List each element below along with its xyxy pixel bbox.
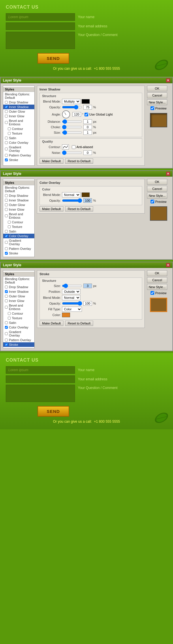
- cancel-btn-1[interactable]: Cancel: [147, 92, 167, 98]
- choke-slider[interactable]: [62, 125, 82, 129]
- style-texture-3[interactable]: Texture: [3, 316, 34, 320]
- cancel-btn-2[interactable]: Cancel: [147, 186, 167, 192]
- distance-input[interactable]: [83, 119, 92, 124]
- choke-input[interactable]: [83, 125, 92, 129]
- fill-type-select[interactable]: ColorGradientPattern: [62, 307, 82, 312]
- style-stroke-3[interactable]: Stroke: [3, 342, 34, 347]
- style-outer-glow-3[interactable]: Outer Glow: [3, 294, 34, 299]
- style-stroke-1[interactable]: Stroke: [3, 158, 34, 162]
- style-drop-shadow-3[interactable]: Drop Shadow: [3, 285, 34, 289]
- new-style-btn-2[interactable]: New Style...: [147, 193, 167, 199]
- style-satin-1[interactable]: Satin: [3, 136, 34, 140]
- style-gradient-overlay-1[interactable]: Gradient Overlay: [3, 145, 34, 153]
- ok-btn-3[interactable]: OK: [147, 270, 167, 276]
- stroke-opacity-slider[interactable]: [62, 302, 82, 305]
- stroke-size-input[interactable]: [83, 284, 92, 288]
- make-default-btn-2[interactable]: Make Default: [40, 206, 63, 211]
- style-contour-2[interactable]: Contour: [3, 220, 34, 224]
- bottom-comment-textarea[interactable]: [6, 385, 75, 402]
- new-style-btn-3[interactable]: New Style...: [147, 284, 167, 290]
- style-color-overlay-1[interactable]: Color Overlay: [3, 140, 34, 145]
- style-texture-2[interactable]: Texture: [3, 224, 34, 229]
- style-gradient-overlay-3[interactable]: Gradient Overlay: [3, 330, 34, 338]
- contour-thumb[interactable]: [62, 144, 69, 150]
- ok-btn-2[interactable]: OK: [147, 179, 167, 185]
- blend-mode-select-1[interactable]: MultiplyNormalScreen: [62, 99, 80, 104]
- comment-textarea[interactable]: [6, 32, 75, 49]
- style-inner-glow-3[interactable]: Inner Glow: [3, 299, 34, 303]
- bottom-email-input[interactable]: [6, 375, 75, 383]
- layer-style-dialog-1: Layer Style ✕ Styles Blending Options: D…: [0, 77, 173, 169]
- angle-input[interactable]: [72, 112, 81, 117]
- style-drop-shadow-1[interactable]: Drop Shadow: [3, 100, 34, 105]
- style-bevel-emboss-3[interactable]: Bevel and Emboss: [3, 303, 34, 311]
- dialog-close-1[interactable]: ✕: [166, 78, 170, 82]
- style-pattern-overlay-3[interactable]: Pattern Overlay: [3, 338, 34, 342]
- style-outer-glow-2[interactable]: Outer Glow: [3, 203, 34, 207]
- bottom-send-button[interactable]: SEND: [37, 406, 69, 417]
- email-input[interactable]: [6, 22, 75, 30]
- style-pattern-overlay-2[interactable]: Pattern Overlay: [3, 246, 34, 251]
- stroke-structure-title: Structure: [42, 279, 140, 282]
- style-drop-shadow-2[interactable]: Drop Shadow: [3, 193, 34, 198]
- stroke-color-swatch[interactable]: [62, 313, 70, 317]
- distance-slider[interactable]: [62, 120, 82, 123]
- size-slider-1[interactable]: [62, 131, 82, 134]
- style-inner-shadow-1[interactable]: Inner Shadow: [3, 105, 34, 109]
- style-gradient-overlay-2[interactable]: Gradient Overlay: [3, 238, 34, 246]
- noise-slider[interactable]: [62, 151, 82, 154]
- make-default-btn-1[interactable]: Make Default: [40, 158, 63, 164]
- opacity-input-1[interactable]: [83, 105, 92, 109]
- style-blending-options-2[interactable]: Blending Options: Default: [3, 185, 34, 193]
- dialog-close-2[interactable]: ✕: [166, 172, 170, 176]
- anti-aliased-checkbox[interactable]: [72, 145, 76, 149]
- preview-checkbox-3[interactable]: [151, 291, 154, 295]
- make-default-btn-3[interactable]: Make Default: [40, 321, 63, 326]
- preview-checkbox-2[interactable]: [151, 200, 154, 203]
- style-texture-1[interactable]: Texture: [3, 131, 34, 136]
- reset-default-btn-1[interactable]: Reset to Default: [65, 158, 93, 164]
- reset-default-btn-2[interactable]: Reset to Default: [65, 206, 93, 211]
- name-input[interactable]: [6, 13, 75, 21]
- blend-color-swatch-1[interactable]: [82, 99, 90, 104]
- style-stroke-2[interactable]: Stroke: [3, 251, 34, 256]
- angle-widget[interactable]: [62, 110, 70, 118]
- style-outer-glow-1[interactable]: Outer Glow: [3, 109, 34, 114]
- stroke-position-select[interactable]: OutsideInsideCenter: [62, 289, 80, 294]
- opacity-slider-1[interactable]: [62, 105, 82, 109]
- ok-btn-1[interactable]: OK: [147, 86, 167, 91]
- stroke-opacity-input[interactable]: [83, 301, 92, 306]
- bottom-name-input[interactable]: [6, 366, 75, 374]
- dialog-close-3[interactable]: ✕: [166, 263, 170, 267]
- style-inner-shadow-3[interactable]: Inner Shadow: [3, 289, 34, 294]
- style-satin-2[interactable]: Satin: [3, 229, 34, 234]
- style-bevel-emboss-2[interactable]: Bevel and Emboss: [3, 212, 34, 220]
- global-light-checkbox[interactable]: [84, 113, 88, 116]
- reset-default-btn-3[interactable]: Reset to Default: [65, 321, 93, 326]
- size-input-1[interactable]: [83, 130, 92, 135]
- style-color-overlay-2[interactable]: Color Overlay: [3, 234, 34, 238]
- style-blending-options-3[interactable]: Blending Options: Default: [3, 277, 34, 285]
- style-bevel-emboss-1[interactable]: Bevel and Emboss: [3, 118, 34, 126]
- cancel-btn-3[interactable]: Cancel: [147, 277, 167, 283]
- style-contour-1[interactable]: Contour: [3, 126, 34, 131]
- right-panel-2: OK Cancel New Style... Preview: [147, 179, 170, 257]
- preview-checkbox-1[interactable]: [151, 106, 154, 110]
- new-style-btn-1[interactable]: New Style...: [147, 99, 167, 105]
- style-pattern-overlay-1[interactable]: Pattern Overlay: [3, 153, 34, 158]
- style-contour-3[interactable]: Contour: [3, 311, 34, 316]
- style-inner-shadow-2[interactable]: Inner Shadow: [3, 198, 34, 203]
- style-blending-options-1[interactable]: Blending Options: Default: [3, 92, 34, 100]
- stroke-size-slider[interactable]: [62, 284, 82, 288]
- color-opacity-input[interactable]: [83, 198, 92, 203]
- style-inner-glow-1[interactable]: Inner Glow: [3, 114, 34, 118]
- color-opacity-slider[interactable]: [62, 199, 82, 202]
- color-overlay-swatch[interactable]: [82, 192, 90, 197]
- color-blend-select[interactable]: NormalMultiply: [62, 192, 80, 197]
- send-button[interactable]: SEND: [37, 53, 69, 64]
- style-inner-glow-2[interactable]: Inner Glow: [3, 207, 34, 212]
- style-satin-3[interactable]: Satin: [3, 320, 34, 325]
- stroke-blend-select[interactable]: NormalMultiply: [62, 295, 80, 300]
- noise-input[interactable]: [83, 150, 92, 155]
- style-color-overlay-3[interactable]: Color Overlay: [3, 325, 34, 330]
